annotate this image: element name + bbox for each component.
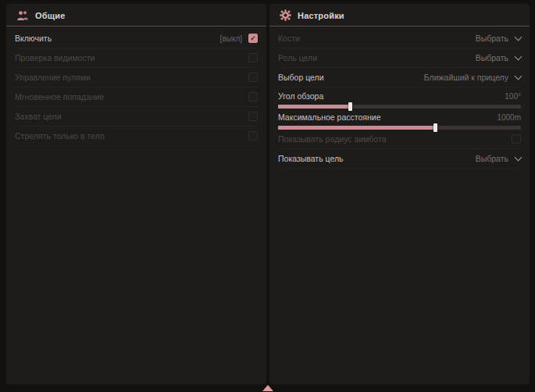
- row-show-radius[interactable]: Показывать радиус аимбота: [278, 130, 521, 149]
- enable-checkbox[interactable]: ✓: [248, 34, 258, 43]
- instant-hit-checkbox[interactable]: [248, 92, 258, 102]
- row-instant-hit-label: Мгновенное попадание: [15, 92, 104, 102]
- row-enable[interactable]: Включить [выкл] ✓: [15, 29, 258, 48]
- chevron-down-icon: [515, 73, 523, 80]
- row-bullet-control-label: Управление пулями: [15, 73, 91, 82]
- row-bullet-control[interactable]: Управление пулями: [15, 68, 258, 87]
- visibility-check-checkbox[interactable]: [248, 53, 258, 62]
- panel-settings: Настройки Кости Выбрать Роль цели Выбрат…: [269, 4, 530, 384]
- fov-slider-handle[interactable]: [348, 102, 352, 111]
- bones-dropdown[interactable]: Выбрать: [476, 34, 521, 43]
- show-radius-checkbox[interactable]: [512, 134, 521, 144]
- target-role-dropdown[interactable]: Выбрать: [476, 53, 521, 62]
- row-target-lock-label: Захват цели: [15, 112, 62, 121]
- row-visibility-check-label: Проверка видимости: [15, 53, 95, 62]
- chevron-down-icon: [515, 154, 523, 162]
- row-max-distance: Максимальное расстояние 1000m: [278, 109, 521, 130]
- row-instant-hit[interactable]: Мгновенное попадание: [15, 87, 258, 107]
- show-target-dropdown[interactable]: Выбрать: [476, 154, 521, 163]
- row-target-role-label: Роль цели: [278, 53, 317, 62]
- gear-icon: [280, 9, 291, 21]
- row-show-radius-label: Показывать радиус аимбота: [278, 134, 387, 144]
- target-select-dropdown-value: Ближайший к прицелу: [424, 73, 508, 82]
- bullet-control-checkbox[interactable]: [248, 73, 258, 82]
- fov-slider-fill: [278, 105, 351, 109]
- max-distance-value: 1000m: [497, 113, 521, 122]
- users-icon: [16, 10, 29, 21]
- keybind-status: [выкл]: [220, 34, 242, 43]
- bones-dropdown-value: Выбрать: [476, 34, 508, 43]
- panel-title-general: Общие: [35, 11, 66, 20]
- fov-slider[interactable]: [278, 105, 521, 109]
- row-visibility-check[interactable]: Проверка видимости: [15, 48, 258, 68]
- max-distance-label: Максимальное расстояние: [278, 112, 380, 122]
- max-distance-slider-handle[interactable]: [433, 123, 437, 132]
- panel-settings-header: Настройки: [269, 4, 530, 23]
- panel-general: Общие Включить [выкл] ✓ Проверка видимос…: [6, 4, 266, 384]
- fov-value: 100°: [505, 92, 521, 101]
- chevron-down-icon: [515, 34, 523, 41]
- target-role-dropdown-value: Выбрать: [476, 53, 508, 62]
- row-show-target-label: Показывать цель: [278, 154, 344, 163]
- panel-general-header: Общие: [6, 4, 266, 23]
- row-fov: Угол обзора 100°: [278, 87, 521, 109]
- body-only-checkbox[interactable]: [248, 131, 258, 141]
- target-lock-checkbox[interactable]: [248, 112, 258, 121]
- row-show-target[interactable]: Показывать цель Выбрать: [278, 149, 521, 169]
- show-target-dropdown-value: Выбрать: [476, 154, 508, 163]
- max-distance-slider-fill: [278, 126, 436, 130]
- row-target-lock[interactable]: Захват цели: [15, 107, 258, 127]
- row-target-select-label: Выбор цели: [278, 73, 324, 82]
- row-bones[interactable]: Кости Выбрать: [278, 29, 521, 48]
- row-body-only-label: Стрелять только в тело: [15, 131, 105, 141]
- target-select-dropdown[interactable]: Ближайший к прицелу: [424, 73, 521, 82]
- row-bones-label: Кости: [278, 34, 300, 43]
- row-target-select[interactable]: Выбор цели Ближайший к прицелу: [278, 68, 521, 87]
- row-target-role[interactable]: Роль цели Выбрать: [278, 48, 521, 68]
- expand-up-arrow-icon[interactable]: [262, 385, 273, 391]
- fov-label: Угол обзора: [278, 91, 323, 101]
- row-enable-label: Включить: [15, 34, 52, 43]
- chevron-down-icon: [515, 53, 523, 61]
- max-distance-slider[interactable]: [278, 126, 521, 130]
- row-body-only[interactable]: Стрелять только в тело: [15, 127, 258, 146]
- panel-title-settings: Настройки: [298, 11, 344, 20]
- check-icon: ✓: [250, 35, 256, 42]
